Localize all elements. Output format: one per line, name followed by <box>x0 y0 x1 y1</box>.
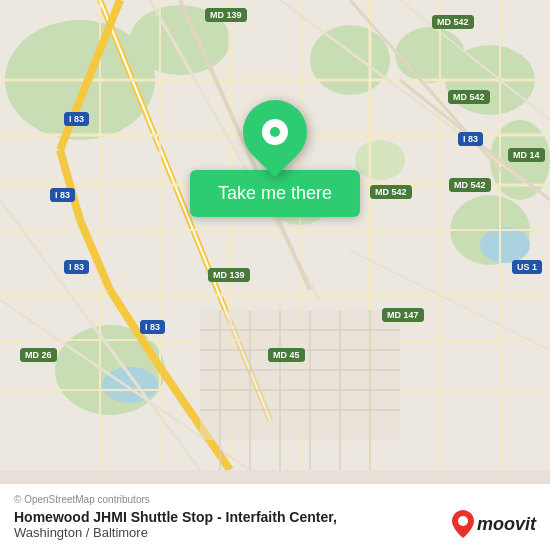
road-badge-i83-3: I 83 <box>50 188 75 202</box>
svg-point-12 <box>102 367 158 403</box>
map-popup: Take me there <box>190 100 360 217</box>
road-badge-md542-1: MD 542 <box>432 15 474 29</box>
road-badge-us1: US 1 <box>512 260 542 274</box>
info-bar: © OpenStreetMap contributors Homewood JH… <box>0 483 550 550</box>
road-badge-md26: MD 26 <box>20 348 57 362</box>
road-badge-i83-4: I 83 <box>64 260 89 274</box>
map-container: MD 139 MD 542 MD 542 MD 542 MD 542 MD 14… <box>0 0 550 550</box>
road-badge-i83-2: I 83 <box>64 112 89 126</box>
road-badge-md14: MD 14 <box>508 148 545 162</box>
moovit-pin-icon <box>452 510 474 538</box>
road-badge-md542-4: MD 542 <box>449 178 491 192</box>
road-badge-md139-mid: MD 139 <box>208 268 250 282</box>
road-badge-i83-5: I 83 <box>140 320 165 334</box>
road-badge-md542-2: MD 542 <box>448 90 490 104</box>
svg-point-55 <box>458 516 468 526</box>
road-badge-md542-3: MD 542 <box>370 185 412 199</box>
location-subtitle: Washington / Baltimore <box>14 525 337 540</box>
svg-point-3 <box>310 25 390 95</box>
svg-point-11 <box>480 227 530 263</box>
pin-dot <box>270 127 280 137</box>
road-badge-md45: MD 45 <box>268 348 305 362</box>
moovit-logo: moovit <box>452 510 536 538</box>
road-badge-i83-1: I 83 <box>458 132 483 146</box>
attribution: © OpenStreetMap contributors <box>14 494 536 505</box>
svg-point-10 <box>355 140 405 180</box>
road-badge-md147: MD 147 <box>382 308 424 322</box>
location-title: Homewood JHMI Shuttle Stop - Interfaith … <box>14 509 337 525</box>
moovit-text: moovit <box>477 514 536 535</box>
location-pin <box>230 87 321 178</box>
road-badge-md139-top: MD 139 <box>205 8 247 22</box>
pin-inner <box>262 119 288 145</box>
